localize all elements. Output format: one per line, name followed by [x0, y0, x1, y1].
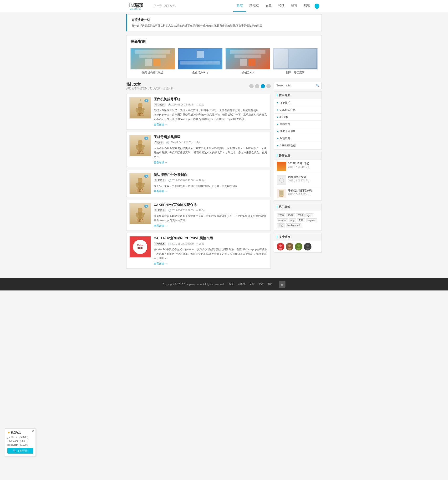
category-item-css[interactable]: CSS样式心德 — [274, 106, 321, 113]
case-item-3[interactable]: 机械宝app — [225, 48, 270, 74]
svg-point-21 — [279, 245, 282, 247]
svg-point-2 — [138, 103, 143, 108]
recent-title-3[interactable]: 手机端浏览网照蹦码 — [288, 189, 319, 192]
tag-aspnet[interactable]: asp.net — [306, 218, 318, 222]
articles-section: 热门文章 好记性不如烂笔头，记录点滴，方便分批。 ⚙ — [126, 82, 322, 271]
sidebar: 🔍 栏目导航 PHP技术 CSS样式心德 JS技术 成功案例 PHP开始清建 I… — [274, 82, 322, 271]
category-item-im[interactable]: IM瑞班克 — [274, 135, 321, 142]
friend-avatar-1[interactable] — [277, 243, 284, 250]
read-more-2[interactable]: 查看详细 → — [154, 161, 167, 164]
article-title-3[interactable]: 侧边漂浮广告效果制作 — [154, 173, 267, 177]
search-button[interactable]: 🔍 — [314, 82, 322, 89]
category-link-phpdev[interactable]: PHP开始清建 — [274, 128, 321, 135]
category-link-cases[interactable]: 成功案例 — [274, 121, 321, 128]
recent-articles-section: 最新文章 2015年12月1日记 2015-12-01 20:46:39 — [274, 152, 322, 201]
case-item-1[interactable]: 医疗机构挂号系统 — [130, 48, 175, 74]
case-label-3: 机械宝app — [225, 71, 270, 74]
article-views-3: 👁 169次 — [196, 179, 205, 182]
category-link-php[interactable]: PHP技术 — [274, 99, 321, 106]
nav-item-talk[interactable]: 说话 — [275, 0, 288, 12]
article-title-4[interactable]: CAKEPHP分页功能实现心得 — [154, 203, 267, 207]
tag-asp[interactable]: ASP — [297, 218, 305, 222]
article-card-1: ⚙ ▲ 404 医疗机构挂号系统 — [126, 94, 271, 129]
main-container: 态度决定一切 有什么样的态度就会有什么样的人生,成败的关键不在于拥有什么样的出身… — [126, 12, 322, 273]
banner: 态度决定一切 有什么样的态度就会有什么样的人生,成败的关键不在于拥有什么样的出身… — [126, 14, 322, 31]
recent-article-1[interactable]: 2015年12月1日记 2015-12-01 20:46:39 — [274, 160, 321, 173]
friend-links-section: 友情链接 — [274, 233, 322, 253]
hot-tags-title: 热门标签 — [274, 203, 321, 211]
friend-avatar-3[interactable] — [295, 243, 302, 250]
category-item-asp[interactable]: ASP.NET心德 — [274, 142, 321, 149]
article-category-2: JS技术 — [154, 141, 164, 145]
case-item-4[interactable]: 团购、夺宝案例 — [273, 48, 318, 74]
case-image-2 — [178, 48, 223, 70]
tag-apache[interactable]: apache — [277, 218, 288, 222]
article-content-3: 侧边漂浮广告效果制作 PHP技术 🕐 2015-08-13 00:48:58 👁… — [154, 173, 267, 194]
nav-item-ruibk[interactable]: 瑞班克 — [246, 0, 262, 12]
read-more-5[interactable]: 查看详细 → — [154, 262, 167, 265]
recent-title-1[interactable]: 2015年12月1日记 — [288, 162, 319, 165]
logo-icon: iM瑞班克 www.isrbk.com — [129, 2, 143, 10]
cases-section-title: 最新案例 — [130, 39, 318, 45]
category-item-cases[interactable]: 成功案例 — [274, 121, 321, 128]
tag-2502[interactable]: 2502 — [286, 213, 295, 217]
category-link-css[interactable]: CSS样式心德 — [274, 106, 321, 113]
footer-link-talk[interactable]: 说话 — [258, 282, 264, 286]
case-image-1 — [130, 48, 175, 70]
svg-point-23 — [288, 245, 291, 247]
article-nav-prev-icon[interactable] — [249, 84, 253, 88]
article-refresh-icon[interactable] — [261, 84, 265, 88]
search-input[interactable] — [274, 82, 314, 89]
friend-avatar-4[interactable] — [304, 243, 311, 250]
recent-article-3[interactable]: 手机端浏览网照蹦码 2015-12-01 17:25:15 — [274, 187, 321, 200]
read-more-1[interactable]: 查看详细 → — [154, 123, 167, 126]
article-nav-next-icon[interactable] — [255, 84, 259, 88]
svg-point-27 — [306, 245, 309, 247]
tag-app[interactable]: app — [289, 218, 296, 222]
article-category-1: 成功案例 — [154, 103, 166, 107]
tag-biaolan[interactable]: 标拦 — [277, 223, 285, 228]
article-more-icon[interactable] — [267, 84, 271, 88]
article-date-2: 🕐 2016-01-06 14:24:53 — [166, 141, 192, 144]
article-meta-2: JS技术 🕐 2016-01-06 14:24:53 👁 7次 — [154, 141, 267, 145]
tag-background[interactable]: background — [286, 223, 302, 228]
category-item-php[interactable]: PHP技术 — [274, 99, 321, 106]
category-item-phpdev[interactable]: PHP开始清建 — [274, 128, 321, 135]
read-more-3[interactable]: 查看详细 → — [154, 190, 167, 193]
category-item-js[interactable]: JS技术 — [274, 113, 321, 121]
svg-rect-28 — [306, 248, 310, 249]
recent-date-2: 2015-12-01 17:27:14 — [288, 179, 319, 182]
article-thumb-2: 404 ▲ — [129, 135, 151, 156]
article-title-1[interactable]: 医疗机构挂号系统 — [154, 97, 267, 101]
read-more-4[interactable]: 查看详情 → — [154, 224, 167, 227]
friend-avatar-2[interactable] — [286, 243, 293, 250]
article-thumb-5: CakePHP — [129, 236, 151, 258]
article-thumb-4: 404 ▲ — [129, 203, 151, 224]
nav-item-league[interactable]: 联盟 — [301, 0, 314, 12]
article-thumb-3: 404 ▲ — [129, 173, 151, 194]
article-title-5[interactable]: CAKEPHP查询时RECURSIVE属性作用 — [154, 236, 267, 240]
tag-2008[interactable]: 2008 — [277, 213, 285, 217]
footer-link-home[interactable]: 首页 — [229, 282, 234, 286]
sidebar-search[interactable]: 🔍 — [274, 82, 322, 89]
hot-articles-title: 热门文章 — [126, 82, 176, 87]
article-title-2[interactable]: 手机号码抽奖源码 — [154, 135, 267, 139]
recent-article-2[interactable]: 图片加载中特效 2015-12-01 17:27:14 — [274, 173, 321, 187]
svg-rect-24 — [288, 248, 291, 249]
category-link-js[interactable]: JS技术 — [274, 113, 321, 120]
recent-title-2[interactable]: 图片加载中特效 — [288, 175, 319, 179]
footer-link-ruibk[interactable]: 瑞班克 — [238, 282, 246, 286]
footer-link-articles[interactable]: 文章 — [249, 282, 254, 286]
tag-2503[interactable]: 2503 — [296, 213, 304, 217]
article-excerpt-3: 今天见上条欢了之前的版本，将自己的制作过程记录下来，方便网友知起 — [154, 184, 267, 188]
back-to-top-button[interactable]: ▲ — [279, 281, 285, 288]
case-item-2[interactable]: 企业门户网站 — [178, 48, 223, 74]
nav-item-articles[interactable]: 文章 — [262, 0, 275, 12]
category-link-asp[interactable]: ASP.NET心德 — [274, 142, 321, 149]
category-link-im[interactable]: IM瑞班克 — [274, 135, 321, 142]
article-content-4: CAKEPHP分页功能实现心得 PHP技术 🕐 2015-08-27 22:27… — [154, 203, 267, 228]
footer-link-message[interactable]: 留言 — [267, 282, 273, 286]
tag-ajax[interactable]: ajax — [305, 213, 313, 217]
nav-item-home[interactable]: 首页 — [233, 0, 246, 12]
nav-item-message[interactable]: 留言 — [288, 0, 301, 12]
